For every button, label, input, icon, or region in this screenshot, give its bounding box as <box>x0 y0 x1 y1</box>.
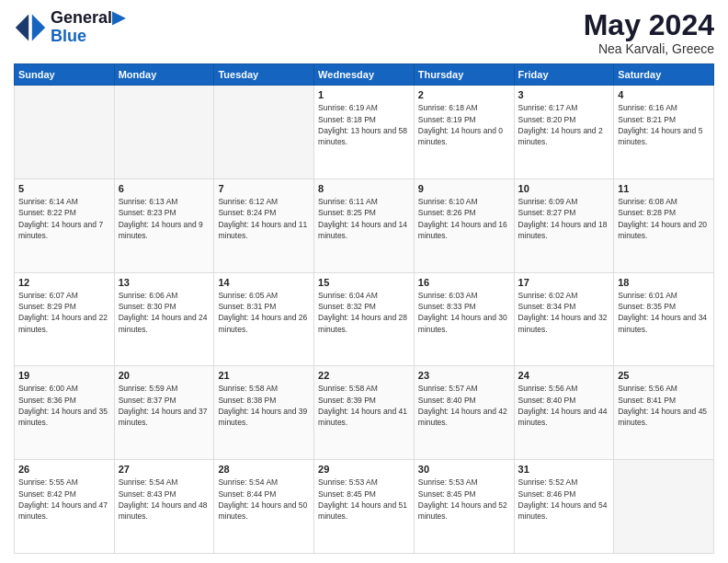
day-cell-1-5: 2 Sunrise: 6:18 AM Sunset: 8:19 PM Dayli… <box>414 86 514 179</box>
day-cell-3-5: 16 Sunrise: 6:03 AM Sunset: 8:33 PM Dayl… <box>414 272 514 366</box>
day-cell-1-6: 3 Sunrise: 6:17 AM Sunset: 8:20 PM Dayli… <box>514 86 614 179</box>
day-info: Sunrise: 5:52 AM Sunset: 8:46 PM Dayligh… <box>518 477 610 522</box>
day-cell-4-7: 25 Sunrise: 5:56 AM Sunset: 8:41 PM Dayl… <box>614 366 714 460</box>
day-number: 6 <box>119 183 210 194</box>
day-info: Sunrise: 6:00 AM Sunset: 8:36 PM Dayligh… <box>18 383 110 428</box>
week-row-2: 5 Sunrise: 6:14 AM Sunset: 8:22 PM Dayli… <box>15 178 714 272</box>
day-info: Sunrise: 6:12 AM Sunset: 8:24 PM Dayligh… <box>218 196 310 241</box>
day-cell-2-5: 9 Sunrise: 6:10 AM Sunset: 8:26 PM Dayli… <box>414 178 514 272</box>
day-info: Sunrise: 6:04 AM Sunset: 8:32 PM Dayligh… <box>318 290 410 335</box>
day-number: 20 <box>119 370 210 381</box>
day-cell-4-6: 24 Sunrise: 5:56 AM Sunset: 8:40 PM Dayl… <box>514 366 614 460</box>
day-cell-2-7: 11 Sunrise: 6:08 AM Sunset: 8:28 PM Dayl… <box>614 178 714 272</box>
day-cell-3-6: 17 Sunrise: 6:02 AM Sunset: 8:34 PM Dayl… <box>514 272 614 366</box>
week-row-3: 12 Sunrise: 6:07 AM Sunset: 8:29 PM Dayl… <box>15 272 714 366</box>
day-cell-2-2: 6 Sunrise: 6:13 AM Sunset: 8:23 PM Dayli… <box>114 178 214 272</box>
day-number: 15 <box>318 277 410 288</box>
page: General▶ Blue May 2024 Nea Karvali, Gree… <box>0 0 728 563</box>
day-cell-1-4: 1 Sunrise: 6:19 AM Sunset: 8:18 PM Dayli… <box>314 86 415 179</box>
week-row-5: 26 Sunrise: 5:55 AM Sunset: 8:42 PM Dayl… <box>15 460 714 554</box>
header: General▶ Blue May 2024 Nea Karvali, Gree… <box>14 9 714 56</box>
header-monday: Monday <box>114 64 214 86</box>
calendar-table: Sunday Monday Tuesday Wednesday Thursday… <box>14 63 714 554</box>
day-info: Sunrise: 5:59 AM Sunset: 8:37 PM Dayligh… <box>119 383 210 428</box>
day-cell-3-1: 12 Sunrise: 6:07 AM Sunset: 8:29 PM Dayl… <box>15 272 115 366</box>
logo: General▶ Blue <box>14 9 125 46</box>
day-info: Sunrise: 5:56 AM Sunset: 8:41 PM Dayligh… <box>618 383 710 428</box>
header-tuesday: Tuesday <box>214 64 314 86</box>
svg-marker-0 <box>32 14 45 40</box>
day-number: 17 <box>518 277 610 288</box>
day-number: 14 <box>218 277 310 288</box>
day-cell-5-2: 27 Sunrise: 5:54 AM Sunset: 8:43 PM Dayl… <box>114 460 214 554</box>
day-info: Sunrise: 6:16 AM Sunset: 8:21 PM Dayligh… <box>618 102 710 147</box>
day-number: 11 <box>618 183 710 194</box>
header-wednesday: Wednesday <box>314 64 415 86</box>
day-cell-5-3: 28 Sunrise: 5:54 AM Sunset: 8:44 PM Dayl… <box>214 460 314 554</box>
day-cell-2-4: 8 Sunrise: 6:11 AM Sunset: 8:25 PM Dayli… <box>314 178 415 272</box>
day-cell-4-5: 23 Sunrise: 5:57 AM Sunset: 8:40 PM Dayl… <box>414 366 514 460</box>
day-cell-1-7: 4 Sunrise: 6:16 AM Sunset: 8:21 PM Dayli… <box>614 86 714 179</box>
day-info: Sunrise: 5:53 AM Sunset: 8:45 PM Dayligh… <box>318 477 410 522</box>
day-cell-5-4: 29 Sunrise: 5:53 AM Sunset: 8:45 PM Dayl… <box>314 460 415 554</box>
title-block: May 2024 Nea Karvali, Greece <box>584 9 714 56</box>
day-number: 23 <box>418 370 510 381</box>
day-number: 4 <box>618 89 710 100</box>
day-number: 27 <box>119 464 210 475</box>
header-sunday: Sunday <box>15 64 115 86</box>
day-number: 22 <box>318 370 410 381</box>
day-info: Sunrise: 5:54 AM Sunset: 8:43 PM Dayligh… <box>119 477 210 522</box>
day-info: Sunrise: 6:19 AM Sunset: 8:18 PM Dayligh… <box>318 102 410 147</box>
day-cell-2-3: 7 Sunrise: 6:12 AM Sunset: 8:24 PM Dayli… <box>214 178 314 272</box>
day-number: 28 <box>218 464 310 475</box>
day-number: 2 <box>418 89 510 100</box>
day-info: Sunrise: 6:08 AM Sunset: 8:28 PM Dayligh… <box>618 196 710 241</box>
day-cell-1-2 <box>114 86 214 179</box>
header-saturday: Saturday <box>614 64 714 86</box>
day-cell-5-6: 31 Sunrise: 5:52 AM Sunset: 8:46 PM Dayl… <box>514 460 614 554</box>
week-row-1: 1 Sunrise: 6:19 AM Sunset: 8:18 PM Dayli… <box>15 86 714 179</box>
day-number: 1 <box>318 89 410 100</box>
day-info: Sunrise: 6:01 AM Sunset: 8:35 PM Dayligh… <box>618 290 710 335</box>
day-number: 26 <box>18 464 110 475</box>
day-info: Sunrise: 6:17 AM Sunset: 8:20 PM Dayligh… <box>518 102 610 147</box>
day-info: Sunrise: 6:03 AM Sunset: 8:33 PM Dayligh… <box>418 290 510 335</box>
day-cell-2-1: 5 Sunrise: 6:14 AM Sunset: 8:22 PM Dayli… <box>15 178 115 272</box>
day-number: 8 <box>318 183 410 194</box>
day-number: 31 <box>518 464 610 475</box>
day-number: 5 <box>18 183 110 194</box>
day-info: Sunrise: 5:58 AM Sunset: 8:38 PM Dayligh… <box>218 383 310 428</box>
day-cell-5-7 <box>614 460 714 554</box>
day-info: Sunrise: 5:53 AM Sunset: 8:45 PM Dayligh… <box>418 477 510 522</box>
day-number: 10 <box>518 183 610 194</box>
day-info: Sunrise: 6:09 AM Sunset: 8:27 PM Dayligh… <box>518 196 610 241</box>
day-info: Sunrise: 5:54 AM Sunset: 8:44 PM Dayligh… <box>218 477 310 522</box>
day-info: Sunrise: 5:57 AM Sunset: 8:40 PM Dayligh… <box>418 383 510 428</box>
day-info: Sunrise: 6:07 AM Sunset: 8:29 PM Dayligh… <box>18 290 110 335</box>
day-info: Sunrise: 6:18 AM Sunset: 8:19 PM Dayligh… <box>418 102 510 147</box>
day-cell-4-3: 21 Sunrise: 5:58 AM Sunset: 8:38 PM Dayl… <box>214 366 314 460</box>
day-info: Sunrise: 5:58 AM Sunset: 8:39 PM Dayligh… <box>318 383 410 428</box>
day-info: Sunrise: 6:05 AM Sunset: 8:31 PM Dayligh… <box>218 290 310 335</box>
day-number: 7 <box>218 183 310 194</box>
header-thursday: Thursday <box>414 64 514 86</box>
day-cell-2-6: 10 Sunrise: 6:09 AM Sunset: 8:27 PM Dayl… <box>514 178 614 272</box>
day-number: 13 <box>119 277 210 288</box>
day-number: 3 <box>518 89 610 100</box>
day-number: 21 <box>218 370 310 381</box>
day-cell-5-5: 30 Sunrise: 5:53 AM Sunset: 8:45 PM Dayl… <box>414 460 514 554</box>
day-number: 18 <box>618 277 710 288</box>
day-number: 9 <box>418 183 510 194</box>
day-cell-3-2: 13 Sunrise: 6:06 AM Sunset: 8:30 PM Dayl… <box>114 272 214 366</box>
svg-marker-1 <box>16 14 28 40</box>
day-cell-3-7: 18 Sunrise: 6:01 AM Sunset: 8:35 PM Dayl… <box>614 272 714 366</box>
day-cell-5-1: 26 Sunrise: 5:55 AM Sunset: 8:42 PM Dayl… <box>15 460 115 554</box>
day-info: Sunrise: 5:56 AM Sunset: 8:40 PM Dayligh… <box>518 383 610 428</box>
day-number: 16 <box>418 277 510 288</box>
day-cell-4-4: 22 Sunrise: 5:58 AM Sunset: 8:39 PM Dayl… <box>314 366 415 460</box>
day-cell-3-3: 14 Sunrise: 6:05 AM Sunset: 8:31 PM Dayl… <box>214 272 314 366</box>
day-info: Sunrise: 6:13 AM Sunset: 8:23 PM Dayligh… <box>119 196 210 241</box>
day-number: 19 <box>18 370 110 381</box>
month-title: May 2024 <box>584 9 714 41</box>
location: Nea Karvali, Greece <box>584 41 714 56</box>
